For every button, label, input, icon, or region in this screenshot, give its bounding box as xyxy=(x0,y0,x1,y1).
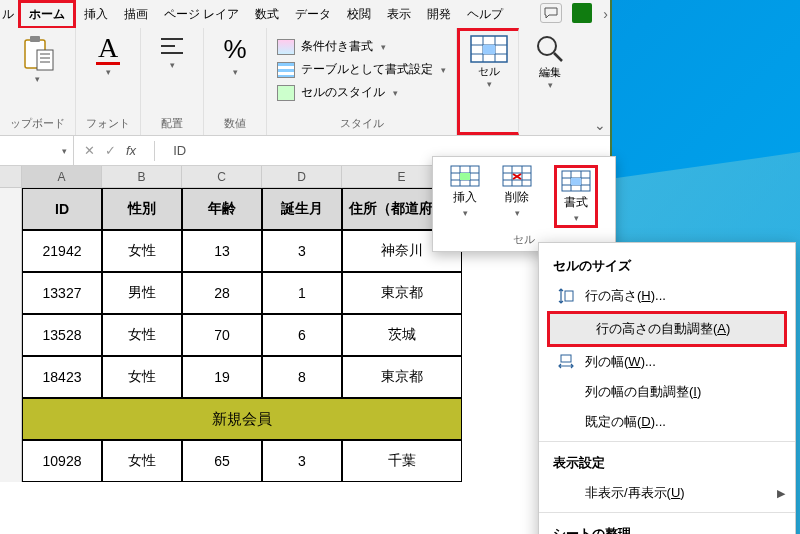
group-label-font: フォント xyxy=(86,116,130,133)
cell[interactable]: 6 xyxy=(262,314,342,356)
group-label-clipboard: ップボード xyxy=(10,116,65,133)
svg-rect-2 xyxy=(37,50,53,70)
menu-col-width[interactable]: 列の幅(W)... xyxy=(539,347,795,377)
cell[interactable]: ID xyxy=(22,188,102,230)
col-header-a[interactable]: A xyxy=(22,166,102,187)
conditional-format-button[interactable]: 条件付き書式▾ xyxy=(277,38,446,55)
cell[interactable]: 13 xyxy=(182,230,262,272)
cell[interactable]: 女性 xyxy=(102,230,182,272)
tab-developer[interactable]: 開発 xyxy=(419,3,459,26)
tab-insert[interactable]: 挿入 xyxy=(76,3,116,26)
menu-section-sheet: シートの整理 xyxy=(539,517,795,534)
col-header-b[interactable]: B xyxy=(102,166,182,187)
comments-icon[interactable] xyxy=(540,3,562,23)
cancel-icon[interactable]: ✕ xyxy=(84,143,95,158)
tab-data[interactable]: データ xyxy=(287,3,339,26)
menu-autofit-col-width[interactable]: 列の幅の自動調整(I) xyxy=(539,377,795,407)
format-context-menu: セルのサイズ 行の高さ(H)... 行の高さの自動調整(A) 列の幅(W)...… xyxy=(538,242,796,534)
tab-draw[interactable]: 描画 xyxy=(116,3,156,26)
svg-rect-1 xyxy=(30,36,40,42)
chevron-down-icon: ▾ xyxy=(487,79,492,89)
menu-section-visibility: 表示設定 xyxy=(539,446,795,478)
format-cells-button[interactable]: 書式 ▾ xyxy=(554,165,598,228)
ribbon: ▾ ップボード A ▾ フォント ▾ 配置 % ▾ 数値 xyxy=(0,28,610,136)
cell[interactable]: 1 xyxy=(262,272,342,314)
cell[interactable]: 女性 xyxy=(102,440,182,482)
col-header-d[interactable]: D xyxy=(262,166,342,187)
ribbon-group-number: % ▾ 数値 xyxy=(204,28,267,135)
cell[interactable]: 3 xyxy=(262,440,342,482)
group-label-styles: スタイル xyxy=(340,116,384,133)
cell[interactable]: 65 xyxy=(182,440,262,482)
ribbon-group-align: ▾ 配置 xyxy=(141,28,204,135)
cell[interactable]: 19 xyxy=(182,356,262,398)
menu-default-width[interactable]: 既定の幅(D)... xyxy=(539,407,795,437)
menu-section-cellsize: セルのサイズ xyxy=(539,249,795,281)
cell[interactable]: 茨城 xyxy=(342,314,462,356)
row-height-icon xyxy=(557,288,575,304)
cell[interactable]: 28 xyxy=(182,272,262,314)
font-button[interactable]: A ▾ xyxy=(87,34,129,77)
formula-input[interactable]: ID xyxy=(163,143,186,158)
formula-controls: ✕ ✓ fx xyxy=(74,143,146,158)
insert-cells-button[interactable]: 挿入 ▾ xyxy=(450,165,480,228)
ribbon-collapse-icon[interactable]: ⌄ xyxy=(594,117,606,133)
menu-autofit-row-height[interactable]: 行の高さの自動調整(A) xyxy=(547,311,787,347)
tab-help[interactable]: ヘルプ xyxy=(459,3,511,26)
menu-hide-show[interactable]: 非表示/再表示(U) ▶ xyxy=(539,478,795,508)
tab-pagelayout[interactable]: ページ レイア xyxy=(156,3,247,26)
chevron-right-icon[interactable]: › xyxy=(603,6,608,22)
table-format-icon xyxy=(277,62,295,78)
menu-tabs: ル ホーム 挿入 描画 ページ レイア 数式 データ 校閲 表示 開発 ヘルプ … xyxy=(0,0,610,28)
align-button[interactable]: ▾ xyxy=(151,34,193,70)
ribbon-group-font: A ▾ フォント xyxy=(76,28,141,135)
tab-review[interactable]: 校閲 xyxy=(339,3,379,26)
number-button[interactable]: % ▾ xyxy=(214,34,256,77)
cell[interactable]: 性別 xyxy=(102,188,182,230)
cell[interactable]: 8 xyxy=(262,356,342,398)
svg-rect-35 xyxy=(571,178,581,185)
cell-styles-button[interactable]: セルのスタイル▾ xyxy=(277,84,446,101)
fx-icon[interactable]: fx xyxy=(126,143,136,158)
merged-cell[interactable]: 新規会員 xyxy=(22,398,462,440)
cell[interactable]: 10928 xyxy=(22,440,102,482)
cell[interactable]: 3 xyxy=(262,230,342,272)
svg-point-15 xyxy=(538,37,556,55)
cell[interactable]: 13528 xyxy=(22,314,102,356)
ribbon-group-clipboard: ▾ ップボード xyxy=(0,28,76,135)
cell[interactable]: 誕生月 xyxy=(262,188,342,230)
cell[interactable]: 男性 xyxy=(102,272,182,314)
cells-button[interactable]: セル ▾ xyxy=(468,35,510,89)
svg-rect-37 xyxy=(561,355,571,362)
group-label-align: 配置 xyxy=(161,116,183,133)
tab-view[interactable]: 表示 xyxy=(379,3,419,26)
cell[interactable]: 18423 xyxy=(22,356,102,398)
svg-rect-22 xyxy=(460,173,470,180)
cell[interactable]: 21942 xyxy=(22,230,102,272)
menu-row-height[interactable]: 行の高さ(H)... xyxy=(539,281,795,311)
cell[interactable]: 女性 xyxy=(102,314,182,356)
name-box[interactable]: ▾ xyxy=(0,136,74,165)
format-as-table-button[interactable]: テーブルとして書式設定▾ xyxy=(277,61,446,78)
accept-icon[interactable]: ✓ xyxy=(105,143,116,158)
ribbon-group-styles: 条件付き書式▾ テーブルとして書式設定▾ セルのスタイル▾ スタイル xyxy=(267,28,457,135)
edit-button[interactable]: 編集 ▾ xyxy=(529,34,571,90)
ribbon-group-cells: セル ▾ xyxy=(457,28,519,135)
delete-cells-button[interactable]: 削除 ▾ xyxy=(502,165,532,228)
svg-rect-14 xyxy=(483,45,495,54)
chevron-right-icon: ▶ xyxy=(777,487,785,500)
cell[interactable]: 年齢 xyxy=(182,188,262,230)
cell[interactable]: 70 xyxy=(182,314,262,356)
share-icon[interactable] xyxy=(572,3,592,23)
cell[interactable]: 東京都 xyxy=(342,356,462,398)
col-header-c[interactable]: C xyxy=(182,166,262,187)
cell[interactable]: 女性 xyxy=(102,356,182,398)
cell[interactable]: 東京都 xyxy=(342,272,462,314)
cell-style-icon xyxy=(277,85,295,101)
tab-formulas[interactable]: 数式 xyxy=(247,3,287,26)
cell[interactable]: 13327 xyxy=(22,272,102,314)
paste-button[interactable]: ▾ xyxy=(17,34,59,84)
cell[interactable]: 千葉 xyxy=(342,440,462,482)
tab-file-cut[interactable]: ル xyxy=(2,3,18,26)
tab-home[interactable]: ホーム xyxy=(18,0,76,29)
